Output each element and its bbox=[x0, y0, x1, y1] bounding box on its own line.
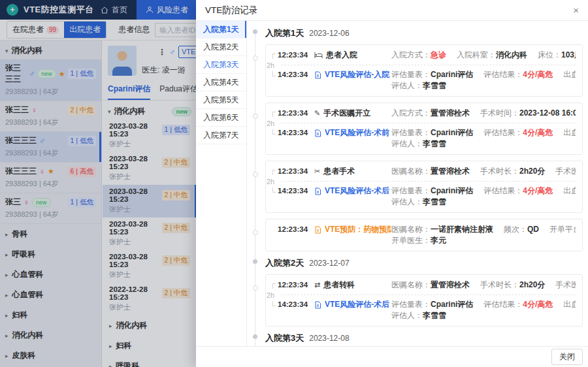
field-label: 出血评估 bbox=[563, 186, 576, 195]
time-gap-label: 2h bbox=[267, 61, 281, 69]
vte-assessment-link[interactable]: VTE风险评估-术后 bbox=[314, 185, 391, 197]
field-label: 评估量表 bbox=[391, 300, 431, 309]
field-value: 4分/高危 bbox=[523, 128, 553, 137]
time-gap-label: 2h bbox=[267, 178, 281, 185]
field-value: 4分/高危 bbox=[523, 186, 553, 195]
vte-assessment-link[interactable]: VTE风险评估-入院 bbox=[314, 69, 391, 80]
timeline-card-surgery: 12:23:34 ✂患者手术 医嘱名称置管溶栓术 手术时长2h20分 手术医生张… bbox=[265, 161, 583, 213]
field-label: 医嘱名称 bbox=[391, 167, 431, 176]
day-section-header: 入院第2天 2023-12-07 bbox=[265, 257, 583, 269]
event-time: 12:23:34 bbox=[278, 50, 308, 61]
field-label: 评估人 bbox=[391, 81, 423, 90]
field-value: 李雪雪 bbox=[423, 81, 446, 90]
field-label: 手术时长 bbox=[480, 167, 519, 176]
day-menu-item-4[interactable]: 入院第4天 bbox=[196, 74, 246, 91]
field-value: 2023-12-08 16:00:00 bbox=[519, 108, 576, 118]
field-value: 李元 bbox=[431, 236, 446, 245]
field-label: 入院方式 bbox=[391, 50, 431, 59]
field-value: 2h20分 bbox=[519, 280, 545, 289]
event-time: 12:23:34 bbox=[278, 224, 308, 235]
field-label: 医嘱名称 bbox=[391, 280, 431, 289]
field-label: 入院方式 bbox=[391, 108, 431, 118]
field-value: Cparini评估 bbox=[431, 70, 473, 79]
field-value: Cparini评估 bbox=[431, 186, 473, 195]
day-menu: 入院第1天 入院第2天 入院第3天 入院第4天 入院第5天 入院第6天 入院第7… bbox=[196, 21, 247, 346]
field-label: 评估量表 bbox=[391, 186, 431, 195]
field-label: 评估结果 bbox=[483, 70, 523, 79]
field-value: QD bbox=[527, 225, 539, 234]
vte-record-drawer: VTE防治记录 × 入院第1天 入院第2天 入院第3天 入院第4天 入院第5天 … bbox=[196, 0, 588, 367]
day-date: 2023-12-06 bbox=[309, 29, 349, 38]
transfer-icon: ⇄ bbox=[314, 281, 320, 289]
event-title: VTE风险评估-术前 bbox=[325, 127, 389, 138]
file-icon bbox=[314, 129, 321, 137]
day-date: 2023-12-07 bbox=[309, 259, 349, 268]
timeline-card-transfer: 12:23:34 ⇄患者转科 医嘱名称置管溶栓术 手术时长2h20分 手术医生张… bbox=[265, 274, 583, 327]
file-icon bbox=[314, 187, 321, 195]
drawer-title: VTE防治记录 bbox=[205, 5, 257, 16]
day-menu-item-2[interactable]: 入院第2天 bbox=[196, 39, 246, 56]
time-gap-label: 2h bbox=[267, 291, 281, 299]
event-time: 14:23:34 bbox=[278, 299, 308, 310]
field-value: 置管溶栓术 bbox=[431, 167, 470, 176]
field-label: 手术医生 bbox=[555, 167, 576, 176]
event-time: 14:23:34 bbox=[278, 69, 308, 80]
event-time: 12:23:34 bbox=[278, 166, 308, 177]
day-label: 入院第1天 bbox=[265, 27, 304, 39]
event-time: 12:23:34 bbox=[278, 108, 308, 119]
event-title: VTE风险评估-入院 bbox=[325, 69, 389, 80]
field-value: Cparini评估 bbox=[431, 128, 473, 137]
day-menu-item-7[interactable]: 入院第7天 bbox=[196, 127, 246, 144]
file-icon bbox=[314, 301, 321, 309]
event-title: 患者手术 bbox=[323, 166, 355, 177]
event-title: 手术医嘱开立 bbox=[323, 108, 370, 119]
field-value: 103床 bbox=[561, 50, 576, 59]
field-label: 手术时间 bbox=[480, 108, 519, 118]
field-label: 医嘱名称 bbox=[391, 225, 431, 234]
field-value: 李雪雪 bbox=[423, 197, 446, 206]
day-menu-item-1[interactable]: 入院第1天 bbox=[196, 21, 246, 39]
field-label: 开单平台 bbox=[549, 225, 576, 234]
field-label: 出血评估 bbox=[563, 70, 576, 79]
vte-assessment-link[interactable]: VTE风险评估-术前 bbox=[314, 127, 391, 138]
event-time: 14:23:34 bbox=[278, 185, 308, 197]
field-value: 置管溶栓术 bbox=[431, 280, 470, 289]
day-section-header: 入院第1天 2023-12-06 bbox=[265, 27, 583, 39]
event-title: VTE预防：药物预防 bbox=[325, 224, 391, 235]
day-menu-item-5[interactable]: 入院第5天 bbox=[196, 91, 246, 109]
day-menu-item-6[interactable]: 入院第6天 bbox=[196, 109, 246, 127]
field-label: 频次 bbox=[504, 225, 527, 234]
field-value: 置管溶栓术 bbox=[431, 108, 470, 118]
vte-timeline: 入院第1天 2023-12-06 12:23:34 患者入院 入院方式急诊 入院… bbox=[247, 21, 588, 346]
field-value: 一诺肝素钠注射液 bbox=[431, 225, 493, 234]
day-section-header: 入院第3天 2023-12-08 bbox=[265, 332, 583, 344]
vte-assessment-link[interactable]: VTE风险评估-术后 bbox=[314, 299, 391, 310]
field-label: 入院科室 bbox=[457, 50, 496, 59]
field-value: 4分/高危 bbox=[523, 70, 553, 79]
field-label: 手术时长 bbox=[480, 280, 519, 289]
field-value: 李雪雪 bbox=[423, 311, 446, 320]
day-date: 2023-12-08 bbox=[309, 334, 349, 343]
field-value: 急诊 bbox=[431, 50, 446, 59]
event-title: 患者入院 bbox=[326, 50, 357, 61]
time-gap-label: 2h bbox=[267, 120, 281, 127]
field-label: 床位 bbox=[538, 50, 561, 59]
field-label: 评估量表 bbox=[391, 128, 431, 137]
file-icon bbox=[314, 71, 321, 79]
timeline-card-surgery-order: 12:23:34 ✎手术医嘱开立 入院方式置管溶栓术 手术时间2023-12-0… bbox=[265, 103, 583, 155]
close-drawer-button[interactable]: 关闭 bbox=[551, 349, 583, 365]
timeline-card-prophylaxis: 12:23:34 VTE预防：药物预防 医嘱名称一诺肝素钠注射液 频次QD 开单… bbox=[265, 219, 583, 251]
field-label: 评估量表 bbox=[391, 70, 431, 79]
event-title: 患者转科 bbox=[323, 279, 355, 291]
field-value: 李雪雪 bbox=[423, 139, 446, 148]
field-label: 评估结果 bbox=[483, 186, 523, 195]
field-label: 评估人 bbox=[391, 139, 423, 148]
close-icon[interactable]: × bbox=[573, 5, 579, 15]
file-icon bbox=[314, 226, 321, 234]
field-value: Cparini评估 bbox=[431, 300, 473, 309]
day-menu-item-3[interactable]: 入院第3天 bbox=[196, 56, 246, 74]
timeline-card-admission: 12:23:34 患者入院 入院方式急诊 入院科室消化内科 床位103床 责任医… bbox=[265, 44, 583, 97]
field-value: 消化内科 bbox=[496, 50, 527, 59]
event-title: VTE风险评估-术后 bbox=[325, 299, 389, 310]
field-label: 评估结果 bbox=[483, 300, 523, 309]
